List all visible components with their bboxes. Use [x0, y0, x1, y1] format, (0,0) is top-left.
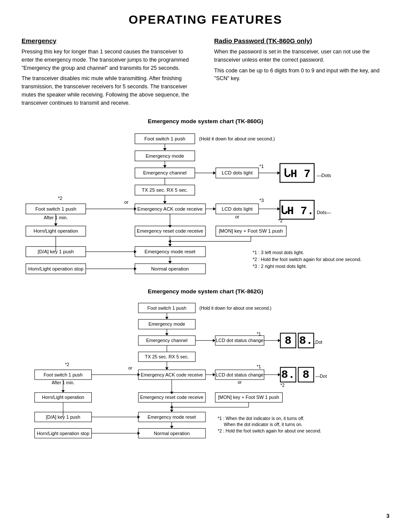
- svg-text:8: 8: [285, 334, 292, 347]
- chart1-wrapper: Foot switch 1 push (Hold it down for abo…: [22, 130, 389, 276]
- svg-text:Foot switch 1 push: Foot switch 1 push: [147, 305, 187, 311]
- chart2-section: Emergency mode system chart (TK-862G) Fo…: [22, 288, 389, 446]
- svg-text:(Hold it down for about one se: (Hold it down for about one second.): [199, 306, 271, 311]
- svg-text:Emergency channel: Emergency channel: [146, 338, 187, 343]
- svg-text:TX 25 sec.   RX 5 sec.: TX 25 sec. RX 5 sec.: [145, 354, 189, 359]
- svg-text:Foot switch 1 push: Foot switch 1 push: [35, 206, 76, 212]
- svg-text:*1 : 3 left most dots light.: *1 : 3 left most dots light.: [252, 250, 304, 255]
- svg-text:or: or: [124, 199, 128, 205]
- chart2-wrapper: Foot switch 1 push (Hold it down for abo…: [22, 300, 389, 446]
- radio-password-section: Radio Password (TK-860G only) When the p…: [214, 37, 389, 109]
- chart2-svg: Foot switch 1 push (Hold it down for abo…: [22, 300, 389, 446]
- svg-text:Emergency channel: Emergency channel: [143, 171, 187, 176]
- svg-text:8.: 8.: [281, 369, 295, 382]
- svg-text:or: or: [238, 380, 242, 385]
- svg-marker-59: [168, 240, 171, 243]
- svg-text:Dots—: Dots—: [317, 210, 331, 215]
- svg-marker-155: [170, 426, 174, 429]
- svg-text:Emergency mode reset: Emergency mode reset: [147, 414, 196, 420]
- header-columns: Emergency Pressing this key for longer t…: [22, 37, 389, 109]
- svg-text:*3: *3: [259, 198, 264, 203]
- emergency-title: Emergency: [22, 37, 197, 44]
- svg-marker-133: [62, 390, 65, 393]
- page-title: OPERATING FEATURES: [22, 13, 389, 27]
- svg-text:or: or: [128, 366, 133, 371]
- svg-marker-61: [168, 244, 172, 247]
- radio-password-para-1: When the password is set in the transcei…: [214, 48, 389, 64]
- svg-marker-26: [163, 201, 167, 204]
- svg-text:TX 25 sec.   RX 5 sec.: TX 25 sec. RX 5 sec.: [142, 187, 188, 193]
- svg-text:Emergency ACK code receive: Emergency ACK code receive: [137, 206, 203, 212]
- svg-text:Emergency mode: Emergency mode: [149, 322, 185, 327]
- page-number: 3: [386, 513, 389, 519]
- svg-text:(Hold it down for about one se: (Hold it down for about one second.): [199, 136, 275, 141]
- svg-text:Foot switch 1 push: Foot switch 1 push: [144, 136, 185, 141]
- svg-marker-12: [213, 171, 216, 175]
- svg-text:*2: *2: [280, 383, 285, 388]
- chart2-flowchart: Foot switch 1 push (Hold it down for abo…: [22, 300, 389, 446]
- svg-marker-84: [165, 317, 169, 320]
- svg-text:Emergency reset code receive: Emergency reset code receive: [137, 229, 203, 234]
- svg-text:*2 : Hold the foot switch agai: *2 : Hold the foot switch again for abou…: [218, 429, 321, 433]
- svg-text:LCD dots light: LCD dots light: [222, 206, 253, 212]
- svg-text:*2: *2: [65, 362, 69, 367]
- svg-text:—Dots: —Dots: [317, 173, 331, 178]
- radio-password-title: Radio Password (TK-860G only): [214, 37, 389, 44]
- svg-text:—Dot: —Dot: [315, 374, 327, 379]
- svg-text:When the dot indicator is off,: When the dot indicator is off, it turns …: [224, 422, 303, 427]
- svg-text:Emergency mode reset: Emergency mode reset: [145, 249, 196, 254]
- svg-text:8.: 8.: [299, 334, 313, 347]
- svg-text:[MON] key + Foot SW 1 push: [MON] key + Foot SW 1 push: [219, 229, 283, 234]
- svg-text:Horn/Light operation stop: Horn/Light operation stop: [37, 431, 89, 436]
- svg-marker-8: [163, 165, 167, 168]
- svg-text:Dot: Dot: [315, 340, 322, 345]
- chart1-title: Emergency mode system chart (TK-860G): [22, 118, 389, 124]
- svg-text:LCD dot status change: LCD dot status change: [216, 372, 263, 377]
- svg-text:LCD dot status change: LCD dot status change: [216, 338, 263, 343]
- svg-text:Emergency ACK code receive: Emergency ACK code receive: [140, 372, 202, 377]
- svg-text:Emergency reset code receive: Emergency reset code receive: [140, 395, 203, 400]
- svg-marker-109: [165, 367, 169, 370]
- svg-marker-119: [213, 373, 215, 376]
- svg-text:Foot switch 1 push: Foot switch 1 push: [44, 372, 83, 377]
- svg-text:Horn/Light operation: Horn/Light operation: [34, 229, 78, 234]
- radio-password-para-2: This code can be up to 6 digits from 0 t…: [214, 67, 389, 83]
- svg-text:*2: *2: [58, 196, 62, 201]
- emergency-section: Emergency Pressing this key for longer t…: [22, 37, 197, 109]
- svg-text:*3 : 2 right most dots light.: *3 : 2 right most dots light.: [252, 264, 307, 269]
- svg-text:*1: *1: [257, 364, 261, 369]
- svg-text:Normal operation: Normal operation: [154, 431, 190, 436]
- svg-text:Horn/Light operation: Horn/Light operation: [42, 395, 84, 400]
- svg-text:[MON] key + Foot SW 1 push: [MON] key + Foot SW 1 push: [218, 395, 279, 400]
- chart1-section: Emergency mode system chart (TK-860G) Fo…: [22, 118, 389, 276]
- svg-text:or: or: [235, 214, 240, 219]
- svg-text:Normal operation: Normal operation: [151, 266, 189, 271]
- emergency-para-1: Pressing this key for longer than 1 seco…: [22, 48, 197, 72]
- svg-marker-92: [213, 339, 215, 342]
- svg-marker-4: [163, 148, 167, 151]
- svg-marker-35: [213, 207, 216, 211]
- svg-marker-48: [54, 224, 57, 226]
- chart1-flowchart: Foot switch 1 push (Hold it down for abo…: [22, 130, 389, 276]
- svg-text:Emergency mode: Emergency mode: [146, 153, 184, 159]
- svg-text:*1 : When the dot indicator is: *1 : When the dot indicator is on, it tu…: [218, 416, 304, 421]
- emergency-para-2: The transceiver disables mic mute while …: [22, 75, 197, 107]
- svg-marker-70: [168, 261, 172, 264]
- svg-text:8: 8: [302, 369, 309, 382]
- chart2-title: Emergency mode system chart (TK-862G): [22, 288, 389, 295]
- svg-text:*1: *1: [259, 164, 264, 169]
- chart1-svg: Foot switch 1 push (Hold it down for abo…: [22, 130, 389, 276]
- svg-marker-88: [165, 333, 169, 336]
- svg-text:*2: *2: [278, 218, 283, 223]
- svg-text:*2 : Hold the foot switch agai: *2 : Hold the foot switch again for abou…: [252, 257, 361, 262]
- svg-marker-146: [170, 410, 174, 412]
- svg-text:Horn/Light operation stop: Horn/Light operation stop: [28, 266, 83, 271]
- svg-text:ᒐH 7.: ᒐH 7.: [280, 205, 314, 218]
- svg-text:LCD dots light: LCD dots light: [222, 171, 253, 176]
- svg-marker-144: [170, 406, 173, 409]
- svg-text:ᒐH 7: ᒐH 7: [283, 168, 310, 181]
